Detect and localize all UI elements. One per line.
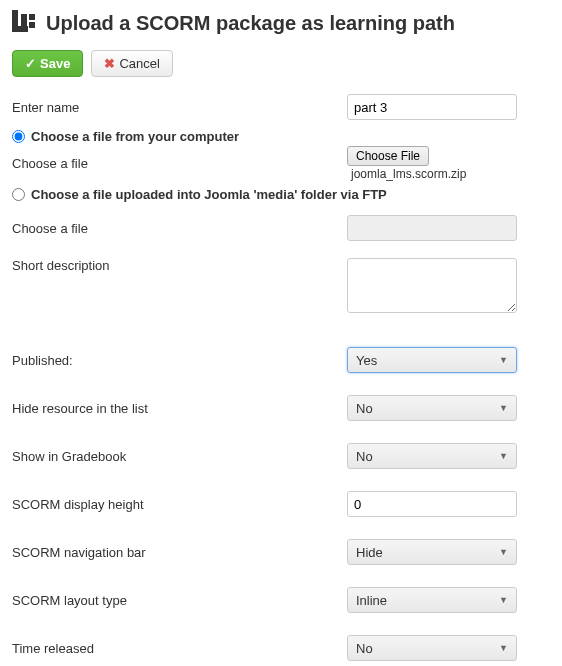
svg-rect-2 bbox=[21, 14, 27, 32]
enter-name-label: Enter name bbox=[12, 100, 347, 115]
svg-rect-4 bbox=[29, 22, 35, 28]
gradebook-select[interactable]: No ▼ bbox=[347, 443, 517, 469]
save-button-label: Save bbox=[40, 56, 70, 71]
chevron-down-icon: ▼ bbox=[499, 643, 508, 653]
time-released-value: No bbox=[356, 641, 373, 656]
hide-resource-label: Hide resource in the list bbox=[12, 401, 347, 416]
chevron-down-icon: ▼ bbox=[499, 451, 508, 461]
choose-file2-label: Choose a file bbox=[12, 221, 347, 236]
radio-ftp[interactable] bbox=[12, 188, 25, 201]
choose-file2-input[interactable] bbox=[347, 215, 517, 241]
chevron-down-icon: ▼ bbox=[499, 595, 508, 605]
row-choose-file-ftp: Choose a file bbox=[12, 214, 550, 242]
toolbar: ✓ Save ✖ Cancel bbox=[12, 50, 550, 77]
radio-computer[interactable] bbox=[12, 130, 25, 143]
enter-name-input[interactable] bbox=[347, 94, 517, 120]
radio-ftp-row: Choose a file uploaded into Joomla 'medi… bbox=[12, 187, 550, 202]
radio-computer-label: Choose a file from your computer bbox=[31, 129, 239, 144]
row-nav-bar: SCORM navigation bar Hide ▼ bbox=[12, 538, 550, 566]
row-time-released: Time released No ▼ bbox=[12, 634, 550, 662]
choose-file-button[interactable]: Choose File bbox=[347, 146, 429, 166]
nav-bar-select[interactable]: Hide ▼ bbox=[347, 539, 517, 565]
row-gradebook: Show in Gradebook No ▼ bbox=[12, 442, 550, 470]
check-icon: ✓ bbox=[25, 56, 36, 71]
page-title: Upload a SCORM package as learning path bbox=[46, 12, 455, 35]
row-layout: SCORM layout type Inline ▼ bbox=[12, 586, 550, 614]
time-released-label: Time released bbox=[12, 641, 347, 656]
hide-resource-value: No bbox=[356, 401, 373, 416]
cancel-icon: ✖ bbox=[104, 56, 115, 71]
short-desc-textarea[interactable] bbox=[347, 258, 517, 313]
page-header: Upload a SCORM package as learning path bbox=[12, 10, 550, 36]
nav-bar-value: Hide bbox=[356, 545, 383, 560]
svg-rect-3 bbox=[29, 14, 35, 20]
choose-file-label: Choose a file bbox=[12, 156, 347, 171]
published-label: Published: bbox=[12, 353, 347, 368]
time-released-select[interactable]: No ▼ bbox=[347, 635, 517, 661]
row-choose-file: Choose a file Choose File joomla_lms.sco… bbox=[12, 146, 550, 181]
chevron-down-icon: ▼ bbox=[499, 403, 508, 413]
cancel-button[interactable]: ✖ Cancel bbox=[91, 50, 172, 77]
layout-value: Inline bbox=[356, 593, 387, 608]
row-display-height: SCORM display height bbox=[12, 490, 550, 518]
chevron-down-icon: ▼ bbox=[499, 547, 508, 557]
layout-label: SCORM layout type bbox=[12, 593, 347, 608]
row-enter-name: Enter name bbox=[12, 93, 550, 121]
published-value: Yes bbox=[356, 353, 377, 368]
cancel-button-label: Cancel bbox=[119, 56, 159, 71]
row-published: Published: Yes ▼ bbox=[12, 346, 550, 374]
radio-ftp-label: Choose a file uploaded into Joomla 'medi… bbox=[31, 187, 387, 202]
chosen-file-name: joomla_lms.scorm.zip bbox=[351, 167, 466, 181]
row-hide-resource: Hide resource in the list No ▼ bbox=[12, 394, 550, 422]
short-desc-label: Short description bbox=[12, 258, 347, 273]
layout-select[interactable]: Inline ▼ bbox=[347, 587, 517, 613]
row-short-desc: Short description bbox=[12, 258, 550, 316]
lpath-logo-icon bbox=[12, 10, 38, 36]
published-select[interactable]: Yes ▼ bbox=[347, 347, 517, 373]
chevron-down-icon: ▼ bbox=[499, 355, 508, 365]
gradebook-value: No bbox=[356, 449, 373, 464]
display-height-label: SCORM display height bbox=[12, 497, 347, 512]
nav-bar-label: SCORM navigation bar bbox=[12, 545, 347, 560]
save-button[interactable]: ✓ Save bbox=[12, 50, 83, 77]
display-height-input[interactable] bbox=[347, 491, 517, 517]
radio-computer-row: Choose a file from your computer bbox=[12, 129, 550, 144]
svg-rect-0 bbox=[12, 10, 18, 26]
gradebook-label: Show in Gradebook bbox=[12, 449, 347, 464]
hide-resource-select[interactable]: No ▼ bbox=[347, 395, 517, 421]
